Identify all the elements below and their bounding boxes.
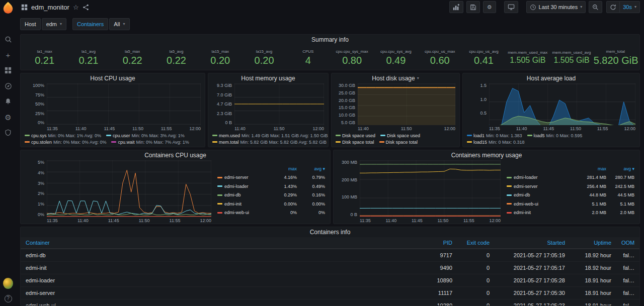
help-icon[interactable]: ?: [3, 294, 13, 303]
plot-area[interactable]: [489, 83, 635, 125]
legend-series[interactable]: cpu.waitMin: 0% Max: 7% Avg: 1%: [111, 139, 189, 145]
panel-title[interactable]: Host memory usage: [208, 73, 328, 83]
dashboards-icon[interactable]: [3, 66, 13, 75]
panel-title[interactable]: Host average load: [463, 73, 639, 83]
legend-series[interactable]: edmi-server256.4 MB242.5 MB: [507, 182, 634, 191]
user-avatar[interactable]: [3, 279, 13, 288]
table-column-header[interactable]: Container: [21, 237, 425, 249]
table-column-header[interactable]: OOM: [616, 237, 639, 249]
legend-series[interactable]: mem.usedMin: 1.49 GiB Max: 1.51 GiB Avg:…: [212, 132, 328, 139]
y-axis: 30.0 GB25.0 GB20.0 GB15.0 GB10.0 GB5.0 G…: [336, 83, 358, 125]
configuration-gear-icon[interactable]: ⚙: [3, 113, 13, 122]
cycle-view-button[interactable]: [504, 1, 518, 13]
table-row: edmi-web-ui1028002021-05-27 17:05:2318.9…: [21, 299, 639, 306]
save-dashboard-button[interactable]: [466, 1, 480, 13]
zoom-out-button[interactable]: [589, 1, 602, 13]
star-icon[interactable]: ☆: [73, 4, 79, 11]
panel-title[interactable]: Host CPU usage: [21, 73, 205, 83]
panel-containers-cpu: Containers CPU usage 5%4%3%2%1%0% 11:351…: [20, 150, 331, 224]
chart-canvas[interactable]: [47, 83, 201, 125]
summary-stat: la1_avg0.21: [66, 49, 110, 65]
legend-sort-max[interactable]: max: [578, 166, 606, 171]
legend-series[interactable]: edmi-web-ui0%0%: [217, 209, 325, 218]
legend-series[interactable]: Disk space used: [336, 132, 375, 139]
plot-area[interactable]: [47, 83, 201, 125]
legend-series[interactable]: edmi-loader281.4 MB280.7 MB: [507, 173, 634, 182]
legend-series[interactable]: Disk space used: [380, 132, 420, 139]
legend-series[interactable]: cpu.sysMin: 0% Max: 1% Avg: 0%: [25, 132, 101, 139]
host-variable-dropdown[interactable]: edm ▾: [42, 18, 66, 30]
summary-stat: la5_max0.22: [111, 49, 154, 65]
panel-title[interactable]: Containers CPU usage: [21, 150, 330, 160]
panel-grid: Summary info la1_max0.21la1_avg0.21la5_m…: [20, 34, 640, 306]
plot-area[interactable]: [358, 83, 455, 125]
dashboard-settings-button[interactable]: ⚙: [483, 1, 496, 13]
legend-series[interactable]: load1Min: 0 Max: 1.383: [467, 132, 522, 139]
refresh-interval-picker[interactable]: 30s ▾: [620, 1, 640, 13]
table-row: edmi-loader1089002021-05-27 17:05:2818.9…: [21, 274, 639, 287]
legend-series[interactable]: Disk space total: [379, 139, 418, 145]
chart-canvas[interactable]: [234, 83, 324, 125]
legend-sort-max[interactable]: max: [269, 166, 297, 171]
legend-series[interactable]: edmi-web-ui5.1 MB5.1 MB: [507, 199, 634, 209]
table-cell: 2021-05-27 17:05:17: [495, 262, 570, 274]
table-column-header[interactable]: PID: [425, 237, 457, 249]
table-cell: edmi-init: [21, 262, 425, 274]
panel-menu-caret[interactable]: ▾: [417, 76, 419, 80]
refresh-controls: 30s ▾: [606, 1, 640, 13]
table-cell: 0: [457, 249, 495, 262]
stat-value: 0.21: [23, 55, 66, 65]
dashboard-grid-icon: [21, 4, 28, 11]
chart-canvas[interactable]: [360, 160, 501, 217]
dashboard-title[interactable]: edm_monitor: [31, 4, 69, 11]
chart-canvas[interactable]: [489, 83, 635, 125]
containers-variable-dropdown[interactable]: All ▾: [109, 18, 129, 30]
series-name: mem.total: [219, 140, 239, 145]
legend-series[interactable]: load5Min: 0 Max: 0.595: [527, 132, 583, 139]
legend-series[interactable]: cpu.stolenMin: 0% Max: 0% Avg: 0%: [25, 139, 106, 145]
legend-series[interactable]: mem.totalMin: 5.82 GiB Max: 5.82 GiB Avg…: [212, 139, 327, 145]
chart-canvas[interactable]: [358, 83, 455, 125]
legend-series[interactable]: edmi-loader1.43%0.49%: [217, 182, 325, 191]
legend-series[interactable]: Disk space total: [336, 139, 374, 145]
panel-title[interactable]: Host disk usage▾: [332, 73, 459, 83]
legend-sort-avg[interactable]: avg ▾: [297, 166, 325, 171]
series-max: 0.29%: [269, 192, 297, 197]
plot-area[interactable]: [47, 160, 211, 217]
panel-containers-memory: Containers memory usage 300 MB200 MB100 …: [333, 150, 640, 224]
legend-series[interactable]: load15Min: 0 Max: 0.318: [467, 139, 525, 145]
table-column-header[interactable]: Exit code: [457, 237, 495, 249]
share-icon[interactable]: [83, 4, 89, 11]
legend-series[interactable]: edmi-db44.8 MB44.5 MB: [507, 191, 634, 200]
plot-area[interactable]: [234, 83, 324, 125]
time-range-picker[interactable]: Last 30 minutes ▾: [526, 1, 586, 13]
panel-title[interactable]: Summary info: [21, 35, 639, 45]
series-name: Disk space total: [386, 140, 418, 145]
alerting-bell-icon[interactable]: [3, 97, 13, 106]
grafana-logo[interactable]: [1, 1, 15, 15]
table-column-header[interactable]: Uptime: [570, 237, 616, 249]
legend-series[interactable]: cpu.userMin: 0% Max: 3% Avg: 1%: [106, 132, 185, 139]
explore-compass-icon[interactable]: [3, 81, 13, 90]
containers-table: ContainerPIDExit codeStartedUptimeOOM ed…: [21, 237, 639, 306]
series-max: 0.00%: [269, 201, 297, 207]
series-avg: 242.5 MB: [606, 184, 634, 189]
create-icon[interactable]: +: [3, 50, 13, 59]
search-icon[interactable]: [3, 35, 13, 44]
table-column-header[interactable]: Started: [495, 237, 570, 249]
legend-series[interactable]: edmi-server4.16%0.79%: [217, 173, 325, 182]
plot-area[interactable]: [360, 160, 501, 217]
server-admin-shield-icon[interactable]: [3, 128, 13, 137]
add-panel-button[interactable]: [449, 1, 463, 13]
legend-series[interactable]: edmi-db0.29%0.16%: [217, 191, 325, 200]
panel-title[interactable]: Containers info: [21, 227, 639, 237]
chart-canvas[interactable]: [47, 160, 211, 217]
panel-title[interactable]: Containers memory usage: [334, 150, 639, 160]
refresh-button[interactable]: [606, 1, 620, 13]
series-color-icon: [336, 141, 341, 143]
stat-label: la5_avg: [154, 49, 198, 54]
legend-series[interactable]: edmi-init2.0 MB2.0 MB: [507, 209, 634, 218]
summary-stat: CPUS4: [286, 49, 330, 65]
legend-sort-avg[interactable]: avg ▾: [606, 166, 634, 171]
legend-series[interactable]: edmi-init0.00%0.00%: [217, 199, 325, 209]
